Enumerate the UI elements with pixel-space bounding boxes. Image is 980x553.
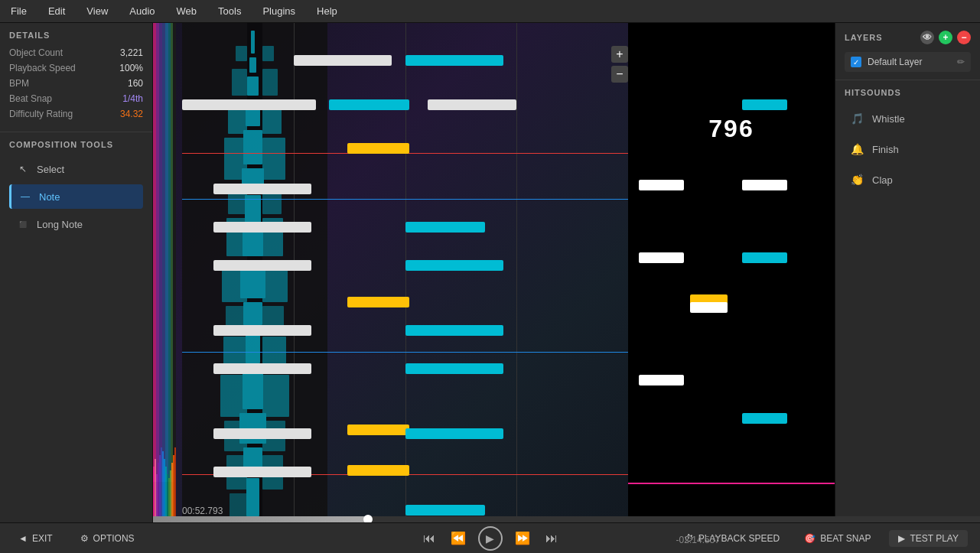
zoom-out-button[interactable]: − <box>611 66 628 83</box>
tool-select[interactable]: ↖ Select <box>9 157 143 181</box>
fast-forward-button[interactable]: ⏩ <box>512 528 533 548</box>
detail-difficulty-label: Difficulty Rating <box>9 109 73 119</box>
svg-rect-21 <box>171 463 173 522</box>
svg-rect-10 <box>155 459 156 522</box>
lane-divider-1 <box>294 23 295 522</box>
menu-edit[interactable]: Edit <box>44 4 70 18</box>
note-19[interactable] <box>405 428 503 439</box>
zoom-controls: + − <box>611 46 628 83</box>
skip-to-end-button[interactable]: ⏭ <box>542 529 561 548</box>
finish-icon: 🔔 <box>849 142 864 157</box>
note-editor-canvas[interactable] <box>182 23 628 522</box>
game-note-4 <box>639 252 684 263</box>
detail-object-count: Object Count 3,221 <box>9 47 143 58</box>
test-play-button[interactable]: ▶ TEST PLAY <box>889 530 968 547</box>
exit-button[interactable]: ◄ EXIT <box>12 530 59 547</box>
details-section: DETAILS Object Count 3,221 Playback Spee… <box>0 23 152 132</box>
detail-beat-snap-label: Beat Snap <box>9 93 52 104</box>
progress-bar-container[interactable] <box>153 516 980 522</box>
game-hit-line <box>628 483 835 484</box>
note-18[interactable] <box>213 428 311 439</box>
svg-rect-1 <box>153 23 156 522</box>
layers-panel: LAYERS 👁 + − ✓ Default Layer ✏ <box>835 23 980 80</box>
options-button[interactable]: ⚙ OPTIONS <box>74 530 141 547</box>
note-14[interactable] <box>405 325 503 336</box>
note-11[interactable] <box>405 260 503 271</box>
note-10[interactable] <box>213 260 311 271</box>
note-21[interactable] <box>213 467 311 477</box>
vertical-bars <box>153 23 176 522</box>
menu-plugins[interactable]: Plugins <box>258 4 300 18</box>
note-22[interactable] <box>405 505 486 516</box>
long-note-icon: ⬛ <box>17 218 29 230</box>
rewind-button[interactable]: ⏪ <box>448 528 469 548</box>
menu-audio[interactable]: Audio <box>125 4 159 18</box>
detail-playback-speed: Playback Speed 100% <box>9 63 143 73</box>
svg-rect-12 <box>158 463 159 522</box>
detail-beat-snap-value: 1/4th <box>122 93 143 104</box>
detail-bpm-label: BPM <box>9 78 29 89</box>
detail-playback-speed-label: Playback Speed <box>9 63 76 73</box>
svg-rect-4 <box>162 23 165 522</box>
svg-rect-7 <box>171 23 173 522</box>
exit-label: EXIT <box>32 533 53 544</box>
options-label: OPTIONS <box>93 533 135 544</box>
layers-add-button[interactable]: + <box>939 31 952 44</box>
layer-checkbox[interactable]: ✓ <box>851 57 861 67</box>
note-16[interactable] <box>405 363 503 374</box>
note-20[interactable] <box>347 465 410 476</box>
note-5[interactable] <box>428 99 517 110</box>
note-12[interactable] <box>347 297 410 307</box>
note-17[interactable] <box>347 425 410 435</box>
tool-note[interactable]: — Note <box>9 184 143 209</box>
blue-line-1 <box>182 199 628 200</box>
hitsound-clap[interactable]: 👏 Clap <box>845 166 971 194</box>
bottom-right-controls: -02:14.557 ⏱ PLAYBACK SPEED 🎯 BEAT SNAP … <box>679 530 968 547</box>
detail-beat-snap: Beat Snap 1/4th <box>9 93 143 104</box>
note-7[interactable] <box>213 184 311 194</box>
right-panel: LAYERS 👁 + − ✓ Default Layer ✏ HITSOUNDS… <box>835 23 980 522</box>
layer-default[interactable]: ✓ Default Layer ✏ <box>845 52 971 72</box>
score-display: 796 <box>708 115 754 143</box>
menu-tools[interactable]: Tools <box>213 4 246 18</box>
play-button[interactable]: ▶ <box>478 526 503 551</box>
note-4[interactable] <box>329 99 409 110</box>
layers-remove-button[interactable]: − <box>957 31 971 44</box>
layers-eye-button[interactable]: 👁 <box>920 31 934 44</box>
hitsound-whistle[interactable]: 🎵 Whistle <box>845 105 971 132</box>
editor-area[interactable]: + − 796 <box>153 23 835 522</box>
skip-to-start-button[interactable]: ⏮ <box>420 529 438 548</box>
layers-header: LAYERS 👁 + − <box>845 31 971 44</box>
tool-long-note-label: Long Note <box>37 219 83 230</box>
layer-edit-icon[interactable]: ✏ <box>957 57 965 67</box>
tool-long-note[interactable]: ⬛ Long Note <box>9 212 143 236</box>
beat-snap-button[interactable]: 🎯 BEAT SNAP <box>798 530 877 547</box>
note-1[interactable] <box>294 55 392 66</box>
main-area: DETAILS Object Count 3,221 Playback Spee… <box>0 23 980 522</box>
note-15[interactable] <box>213 363 311 374</box>
note-3[interactable] <box>182 99 316 110</box>
hitsound-whistle-label: Whistle <box>872 113 905 125</box>
note-13[interactable] <box>213 325 311 336</box>
note-2[interactable] <box>405 55 503 66</box>
exit-arrow-icon: ◄ <box>18 533 28 544</box>
note-8[interactable] <box>213 222 311 233</box>
hitsound-finish[interactable]: 🔔 Finish <box>845 135 971 163</box>
note-6[interactable] <box>347 143 410 154</box>
options-gear-icon: ⚙ <box>80 533 89 544</box>
zoom-in-button[interactable]: + <box>611 46 628 63</box>
note-9[interactable] <box>405 222 486 233</box>
menu-help[interactable]: Help <box>312 4 342 18</box>
menu-view[interactable]: View <box>82 4 112 18</box>
layer-left: ✓ Default Layer <box>851 57 922 67</box>
bottom-bar: ◄ EXIT ⚙ OPTIONS ⏮ ⏪ ▶ ⏩ ⏭ -02:14.557 ⏱ … <box>0 522 980 553</box>
left-panel: DETAILS Object Count 3,221 Playback Spee… <box>0 23 153 522</box>
svg-rect-16 <box>164 459 165 522</box>
detail-playback-speed-value: 100% <box>119 63 143 73</box>
svg-rect-23 <box>174 447 176 522</box>
test-play-icon: ▶ <box>898 533 905 544</box>
menu-web[interactable]: Web <box>172 4 202 18</box>
menu-file[interactable]: File <box>6 4 31 18</box>
lane-divider-2 <box>405 23 406 522</box>
transport-controls: ⏮ ⏪ ▶ ⏩ ⏭ <box>420 526 561 551</box>
